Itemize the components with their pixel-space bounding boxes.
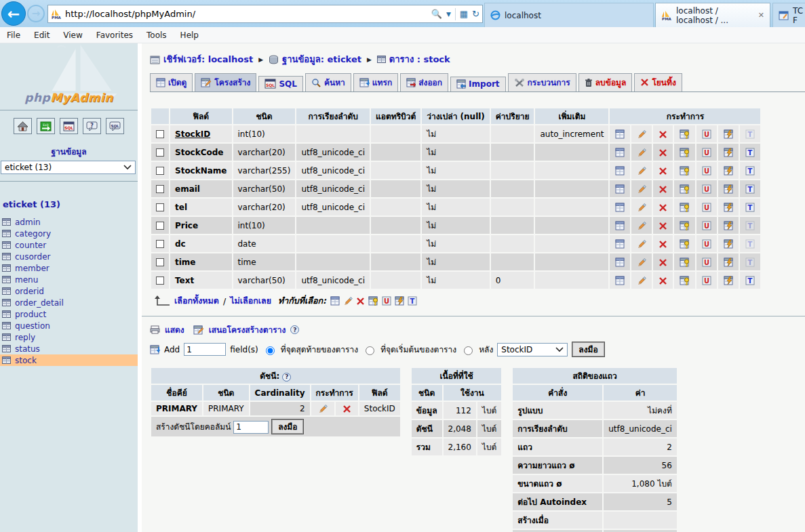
edit-field-icon[interactable]: [637, 148, 646, 157]
unique-index-icon[interactable]: U: [702, 148, 711, 157]
unique-index-icon[interactable]: U: [702, 258, 711, 267]
tab-โครงสร้าง[interactable]: โครงสร้าง: [195, 73, 256, 91]
sidebar-table-order_detail[interactable]: order_detail: [0, 297, 138, 308]
tab-ลบข้อมูล[interactable]: ลบข้อมูล: [578, 73, 633, 91]
close-tab-icon[interactable]: ✕: [758, 11, 764, 20]
row-checkbox[interactable]: [156, 185, 164, 193]
row-checkbox[interactable]: [156, 258, 164, 266]
add-index-icon[interactable]: [724, 276, 733, 285]
fulltext-index-icon[interactable]: T: [745, 203, 755, 212]
edit-field-icon[interactable]: [637, 239, 646, 249]
add-index-icon[interactable]: [724, 203, 733, 212]
browse-field-icon[interactable]: [615, 166, 625, 176]
add-index-icon[interactable]: [724, 221, 733, 230]
row-checkbox[interactable]: [156, 222, 164, 230]
fulltext-index-icon[interactable]: T: [745, 276, 755, 285]
drop-field-icon[interactable]: [659, 222, 667, 230]
edit-field-icon[interactable]: [637, 221, 646, 230]
sidebar-table-admin[interactable]: admin: [0, 216, 138, 228]
address-bar[interactable]: PMA http://localhost/phpMyAdmin/ 🔍 ▼ ▦ ↻: [47, 5, 483, 23]
primary-key-icon[interactable]: [680, 258, 690, 267]
current-database-link[interactable]: eticket (13): [0, 183, 138, 216]
tab-ส่งออก[interactable]: ส่งออก: [400, 73, 448, 91]
print-view-link[interactable]: แสดง: [165, 323, 184, 336]
add-index-icon[interactable]: [724, 239, 733, 249]
add-field-count-input[interactable]: [184, 343, 226, 356]
primary-key-icon[interactable]: [680, 203, 690, 212]
unique-index-icon[interactable]: U: [702, 221, 711, 230]
drop-field-icon[interactable]: [659, 277, 667, 285]
create-index-go-button[interactable]: ลงมือ: [271, 419, 304, 434]
radio-at-end[interactable]: [266, 346, 275, 355]
tab-เปิดดู[interactable]: เปิดดู: [150, 73, 193, 91]
fulltext-index-icon[interactable]: T: [745, 148, 755, 157]
home-button[interactable]: [14, 118, 32, 134]
primary-key-icon[interactable]: [680, 276, 690, 285]
unique-index-icon[interactable]: U: [382, 296, 391, 306]
radio-at-begin[interactable]: [366, 346, 374, 355]
browse-field-icon[interactable]: [615, 258, 625, 267]
menu-item-favorites[interactable]: Favorites: [90, 30, 140, 40]
unique-index-icon[interactable]: U: [702, 203, 711, 212]
edit-field-icon[interactable]: [637, 184, 646, 194]
edit-index-icon[interactable]: [318, 404, 328, 413]
row-checkbox[interactable]: [156, 240, 164, 248]
refresh-icon[interactable]: ↻: [472, 9, 479, 19]
edit-field-icon[interactable]: [637, 258, 646, 267]
browser-tab-phpmyadmin[interactable]: PMA localhost / localhost / ... ✕: [655, 3, 770, 27]
tab-SQL[interactable]: SQLSQL: [258, 76, 303, 91]
browse-field-icon[interactable]: [615, 184, 625, 194]
sidebar-table-product[interactable]: product: [0, 308, 138, 320]
sidebar-table-cusorder[interactable]: cusorder: [0, 251, 138, 262]
sidebar-table-menu[interactable]: menu: [0, 274, 138, 285]
chevron-down-icon[interactable]: ▼: [446, 11, 451, 18]
sql-window-button[interactable]: SQL: [60, 118, 78, 134]
database-select[interactable]: eticket (13): [1, 161, 136, 174]
drop-field-icon[interactable]: [659, 240, 667, 249]
edit-field-icon[interactable]: [637, 166, 646, 176]
unique-index-icon[interactable]: U: [702, 184, 711, 194]
help-button[interactable]: ?: [83, 118, 101, 134]
add-index-icon[interactable]: [724, 184, 733, 194]
after-field-select[interactable]: StockID: [497, 343, 568, 356]
sidebar-table-status[interactable]: status: [0, 343, 138, 354]
fulltext-index-icon[interactable]: T: [408, 296, 417, 306]
breadcrumb-server-link[interactable]: เชิร์ฟเวอร์: localhost: [163, 52, 253, 66]
compatibility-icon[interactable]: ▦: [460, 9, 468, 19]
sidebar-table-stock[interactable]: stock: [0, 354, 138, 366]
row-checkbox[interactable]: [156, 203, 164, 211]
tab-โยนทิ้ง[interactable]: โยนทิ้ง: [634, 73, 682, 91]
breadcrumb-table-link[interactable]: ตาราง : stock: [389, 52, 450, 66]
help-badge-icon[interactable]: ?: [282, 373, 291, 382]
tab-แทรก[interactable]: แทรก: [353, 73, 398, 91]
browser-forward-button[interactable]: →: [27, 5, 45, 22]
browser-tab-localhost[interactable]: localhost: [484, 3, 654, 27]
add-index-icon[interactable]: [724, 258, 733, 267]
primary-key-icon[interactable]: [680, 166, 690, 176]
browse-field-icon[interactable]: [615, 203, 625, 212]
menu-item-edit[interactable]: Edit: [27, 30, 56, 40]
menu-item-file[interactable]: File: [0, 30, 27, 40]
drop-field-icon[interactable]: [659, 167, 667, 176]
browse-field-icon[interactable]: [330, 296, 340, 306]
add-index-icon[interactable]: [395, 296, 404, 306]
edit-field-icon[interactable]: [637, 276, 646, 285]
primary-key-icon[interactable]: [680, 221, 690, 230]
primary-key-icon[interactable]: [680, 239, 690, 249]
sidebar-table-member[interactable]: member: [0, 262, 138, 274]
query-window-button[interactable]: SQL: [106, 118, 124, 134]
sidebar-table-reply[interactable]: reply: [0, 331, 138, 343]
add-index-icon[interactable]: [724, 148, 733, 157]
browse-field-icon[interactable]: [615, 129, 625, 139]
drop-field-icon[interactable]: [659, 185, 667, 194]
add-index-icon[interactable]: [724, 166, 733, 176]
tab-Import[interactable]: Import: [450, 77, 505, 91]
propose-structure-link[interactable]: เสนอโครงสร้างตาราง: [209, 323, 286, 336]
drop-field-icon[interactable]: [356, 297, 365, 306]
sidebar-table-orderid[interactable]: orderid: [0, 285, 138, 297]
tab-ค้นหา[interactable]: ค้นหา: [305, 73, 351, 91]
browse-field-icon[interactable]: [615, 276, 625, 285]
unique-index-icon[interactable]: U: [702, 166, 711, 176]
create-index-column-input[interactable]: [233, 421, 269, 434]
menu-item-help[interactable]: Help: [174, 30, 205, 40]
